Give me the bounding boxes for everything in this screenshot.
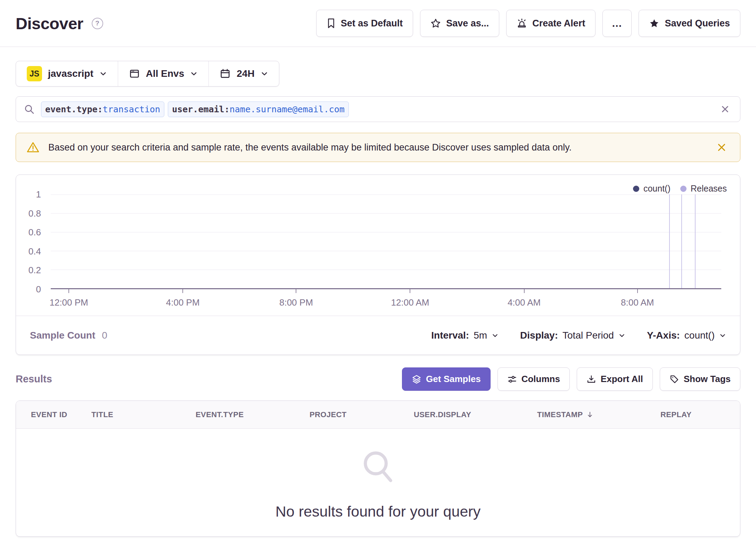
star-outline-icon [430, 18, 441, 29]
main-content: JS javascript All Envs 24H [0, 47, 756, 537]
search-bar[interactable]: event.type:transaction user.email:name.s… [16, 96, 740, 122]
chart-gridline [51, 269, 721, 270]
chevron-down-icon [261, 70, 268, 78]
token-value: transaction [103, 104, 161, 114]
page-filter-bar: JS javascript All Envs 24H [16, 61, 279, 87]
x-axis-tick [68, 289, 69, 293]
legend-count-label: count() [643, 184, 671, 194]
environment-filter[interactable]: All Envs [118, 61, 208, 86]
search-token-event-type[interactable]: event.type:transaction [41, 102, 164, 117]
set-as-default-button[interactable]: Set as Default [316, 10, 413, 37]
y-axis-tick-label: 0 [36, 284, 41, 295]
legend-item-count[interactable]: count() [633, 184, 671, 194]
chart-gridline [51, 213, 721, 214]
column-header-event-type[interactable]: EVENT.TYPE [196, 410, 310, 419]
chevron-down-icon [618, 332, 625, 339]
export-all-button[interactable]: Export All [577, 367, 653, 391]
search-token-user-email[interactable]: user.email:name.surname@email.com [168, 102, 349, 117]
columns-button[interactable]: Columns [498, 367, 570, 391]
layers-icon [412, 374, 421, 384]
column-label: REPLAY [660, 410, 692, 419]
sort-desc-arrow-icon [586, 411, 594, 419]
time-range-label: 24H [237, 68, 254, 79]
x-axis-tick [637, 289, 638, 293]
chevron-down-icon [492, 332, 499, 339]
export-all-label: Export All [601, 374, 643, 384]
chart-plot: 12:00 PM4:00 PM8:00 PM12:00 AM4:00 AM8:0… [51, 194, 721, 289]
column-header-event-id[interactable]: EVENT ID [31, 410, 91, 419]
display-value: Total Period [562, 330, 614, 341]
column-header-replay[interactable]: REPLAY [660, 410, 740, 419]
search-query-tokens[interactable]: event.type:transaction user.email:name.s… [41, 102, 712, 117]
chevron-down-icon [719, 332, 726, 339]
x-axis-tick [524, 289, 525, 293]
sample-count-value: 0 [102, 330, 107, 341]
header-actions: Set as Default Save as... Create Alert …… [316, 10, 740, 37]
alert-siren-icon [517, 18, 527, 29]
download-icon [586, 374, 596, 384]
more-options-button[interactable]: … [602, 10, 632, 37]
table-empty-state: No results found for your query [16, 429, 740, 536]
events-chart[interactable]: count() Releases 10.80.60.40.20 12:00 PM… [16, 175, 740, 316]
sliders-icon [507, 374, 517, 384]
token-value: name.surname@email.com [230, 104, 345, 114]
chevron-down-icon [190, 70, 198, 78]
legend-count-dot [633, 186, 639, 192]
time-range-filter[interactable]: 24H [208, 61, 279, 86]
x-axis-tick-label: 12:00 PM [49, 297, 88, 308]
chevron-down-icon [99, 70, 107, 78]
clear-search-button[interactable] [718, 102, 732, 116]
get-samples-button[interactable]: Get Samples [402, 367, 491, 391]
column-header-user-display[interactable]: USER.DISPLAY [414, 410, 537, 419]
project-filter[interactable]: JS javascript [16, 61, 118, 86]
column-header-title[interactable]: TITLE [91, 410, 196, 419]
legend-releases-dot [680, 186, 687, 192]
project-filter-label: javascript [48, 68, 93, 79]
results-table: EVENT ID TITLE EVENT.TYPE PROJECT USER.D… [16, 400, 740, 537]
show-tags-button[interactable]: Show Tags [660, 367, 740, 391]
warning-triangle-icon [26, 141, 40, 154]
help-icon[interactable]: ? [92, 18, 103, 29]
sampled-data-warning-banner: Based on your search criteria and sample… [16, 133, 740, 162]
x-axis-tick-label: 4:00 AM [508, 297, 541, 308]
ellipsis-icon: … [611, 17, 623, 29]
search-icon [24, 104, 35, 115]
y-axis-tick-label: 0.6 [28, 227, 41, 238]
legend-item-releases[interactable]: Releases [680, 184, 727, 194]
column-label: TITLE [91, 410, 113, 419]
window-icon [129, 68, 140, 79]
release-marker [669, 194, 670, 288]
interval-select[interactable]: Interval: 5m [431, 330, 499, 341]
column-header-timestamp[interactable]: TIMESTAMP [537, 410, 660, 419]
y-axis-select[interactable]: Y-Axis: count() [647, 330, 726, 341]
release-marker [695, 194, 696, 288]
chart-gridline [51, 232, 721, 233]
display-label: Display: [520, 330, 558, 341]
javascript-platform-icon: JS [27, 66, 42, 81]
token-key: user.email: [172, 104, 230, 114]
y-axis-tick-label: 0.2 [28, 265, 41, 276]
x-axis-tick [296, 289, 296, 293]
save-as-button[interactable]: Save as... [420, 10, 499, 37]
interval-value: 5m [474, 330, 487, 341]
sample-count-label: Sample Count [30, 330, 95, 341]
x-axis-tick-label: 8:00 AM [621, 297, 654, 308]
token-key: event.type: [45, 104, 103, 114]
chart-panel: count() Releases 10.80.60.40.20 12:00 PM… [16, 175, 740, 355]
sample-count: Sample Count 0 [30, 330, 107, 341]
chart-footer-controls: Interval: 5m Display: Total Period Y-Axi… [431, 330, 726, 341]
environment-filter-label: All Envs [146, 68, 184, 79]
get-samples-label: Get Samples [426, 374, 481, 384]
column-label: PROJECT [310, 410, 347, 419]
table-header-row: EVENT ID TITLE EVENT.TYPE PROJECT USER.D… [16, 401, 740, 429]
display-select[interactable]: Display: Total Period [520, 330, 625, 341]
y-axis-tick-label: 0.8 [28, 208, 41, 219]
column-header-project[interactable]: PROJECT [310, 410, 414, 419]
create-alert-button[interactable]: Create Alert [506, 10, 595, 37]
columns-label: Columns [521, 374, 560, 384]
column-label: TIMESTAMP [537, 410, 583, 419]
tag-icon [669, 374, 679, 384]
saved-queries-button[interactable]: Saved Queries [639, 10, 740, 37]
interval-label: Interval: [431, 330, 469, 341]
dismiss-warning-button[interactable] [714, 139, 730, 155]
